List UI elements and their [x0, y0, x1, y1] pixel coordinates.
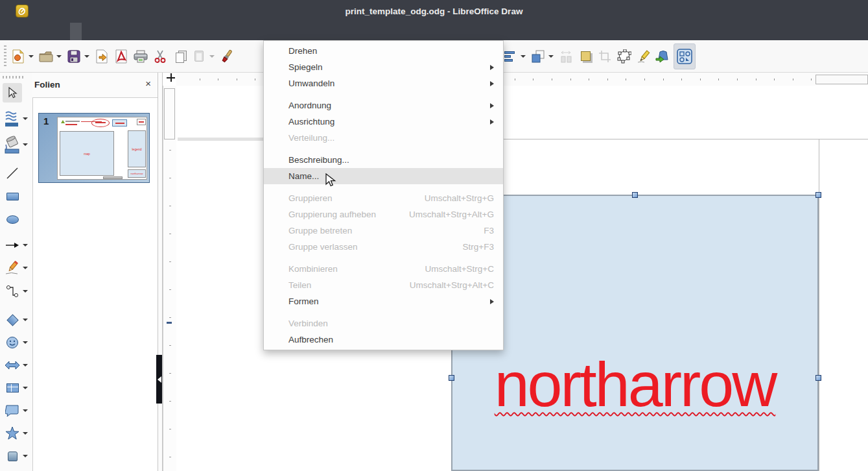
export-button[interactable]	[93, 45, 111, 68]
new-document-button[interactable]	[9, 45, 27, 68]
menubar-item[interactable]	[0, 23, 12, 40]
interaction-button[interactable]	[654, 45, 672, 68]
rectangle-tool[interactable]	[3, 187, 31, 206]
save-dropdown-arrow-icon[interactable]	[84, 55, 89, 58]
menu-item[interactable]: Gruppieren Umschalt+Strg+G	[264, 190, 503, 206]
slides-panel-close-icon[interactable]: ×	[145, 78, 151, 89]
menu-item[interactable]: Drehen	[264, 43, 503, 59]
insert-line-tool[interactable]	[3, 163, 31, 183]
glue-points-button[interactable]	[635, 45, 653, 68]
selection-handle-top-right[interactable]	[815, 192, 821, 198]
selection-handle-right-middle[interactable]	[815, 375, 821, 381]
callouts-dropdown-arrow-icon[interactable]	[23, 409, 28, 412]
arrange-dropdown-arrow-icon[interactable]	[548, 55, 554, 58]
menu-item[interactable]	[264, 184, 503, 190]
menu-item[interactable]: Verbinden	[264, 315, 503, 332]
drawing-toolbar-grip[interactable]	[3, 76, 25, 78]
menu-item[interactable]: Teilen Umschalt+Strg+Alt+C	[264, 277, 503, 293]
paste-dropdown-arrow-icon[interactable]	[209, 55, 215, 58]
align-dropdown-arrow-icon[interactable]	[521, 55, 526, 58]
menu-item[interactable]: Gruppe betreten F3	[264, 223, 503, 239]
open-dropdown-arrow-icon[interactable]	[56, 55, 62, 58]
3d-objects-dropdown-arrow-icon[interactable]	[23, 455, 28, 457]
lines-and-arrows-tool[interactable]	[3, 235, 31, 255]
menubar-item[interactable]	[12, 23, 23, 40]
menu-item-shortcut: Strg+F3	[463, 242, 494, 252]
ellipse-tool[interactable]	[3, 210, 31, 229]
menu-item[interactable]: Umwandeln	[264, 75, 503, 91]
connectors-dropdown-arrow-icon[interactable]	[23, 290, 28, 293]
menu-item[interactable]	[264, 91, 503, 97]
menu-item[interactable]: Formen	[264, 293, 503, 309]
menu-item[interactable]: Name...	[264, 168, 503, 184]
menu-item-label: Gruppe betreten	[288, 226, 352, 235]
menubar-item[interactable]	[47, 23, 58, 40]
fill-color-dropdown-arrow-icon[interactable]	[23, 143, 28, 146]
copy-button[interactable]	[170, 45, 189, 68]
clone-formatting-button[interactable]	[218, 45, 236, 68]
new-dropdown-arrow-icon[interactable]	[29, 55, 34, 58]
menubar-item[interactable]	[58, 23, 70, 40]
menu-item[interactable]	[264, 255, 503, 261]
arrange-button[interactable]	[529, 45, 547, 68]
menubar-item[interactable]	[23, 23, 35, 40]
menu-item[interactable]: Gruppe verlassen Strg+F3	[264, 239, 503, 255]
menubar-item[interactable]	[35, 23, 47, 40]
align-objects-button[interactable]	[501, 45, 519, 68]
curves-and-polygons-tool[interactable]	[3, 258, 31, 278]
edit-points-button[interactable]	[615, 45, 633, 68]
stars-and-banners-tool[interactable]	[3, 424, 31, 443]
symbol-shapes-dropdown-arrow-icon[interactable]	[23, 341, 28, 344]
northarrow-shape[interactable]: northarrow	[451, 195, 819, 471]
save-button[interactable]	[65, 45, 83, 68]
menu-item-label: Anordnung	[288, 101, 331, 110]
menubar-item[interactable]	[70, 23, 82, 40]
menu-item[interactable]: Kombinieren Umschalt+Strg+C	[264, 261, 503, 277]
flowchart-tool[interactable]	[3, 378, 31, 398]
connectors-tool[interactable]	[3, 282, 31, 301]
shadow-button[interactable]	[576, 45, 594, 68]
menubar-item[interactable]	[93, 23, 105, 40]
menu-item[interactable]: Spiegeln	[264, 59, 503, 75]
cut-button[interactable]	[151, 45, 169, 68]
menu-item[interactable]: Verteilung...	[264, 130, 503, 146]
callout-shapes-tool[interactable]	[3, 401, 31, 420]
menu-item[interactable]: Beschreibung...	[264, 152, 503, 168]
panel-collapse-handle[interactable]	[156, 355, 162, 404]
line-icon	[3, 163, 22, 183]
symbol-shapes-tool[interactable]	[3, 333, 31, 352]
paste-button[interactable]	[190, 45, 208, 68]
open-button[interactable]	[37, 45, 55, 68]
flowchart-dropdown-arrow-icon[interactable]	[23, 387, 28, 389]
panel-splitter[interactable]	[158, 73, 163, 471]
show-draw-functions-button[interactable]	[674, 43, 696, 69]
export-pdf-button[interactable]	[112, 45, 130, 68]
toolbar-grip[interactable]	[4, 45, 6, 67]
selection-handle-top-middle[interactable]	[632, 192, 638, 198]
fill-color-tool[interactable]	[3, 135, 31, 154]
menu-item[interactable]	[264, 146, 503, 152]
line-style-tool[interactable]	[3, 109, 31, 128]
menu-item[interactable]: Ausrichtung	[264, 114, 503, 130]
menu-item[interactable]: Aufbrechen	[264, 332, 503, 348]
print-button[interactable]	[132, 45, 150, 68]
menu-item[interactable]: Anordnung	[264, 97, 503, 114]
select-tool[interactable]	[3, 83, 31, 103]
thumb-northarrow-box: northarrow	[128, 169, 146, 178]
3d-objects-tool[interactable]	[3, 446, 31, 466]
block-arrows-dropdown-arrow-icon[interactable]	[23, 364, 28, 367]
basic-shapes-dropdown-arrow-icon[interactable]	[23, 319, 28, 321]
basic-shapes-tool[interactable]	[3, 310, 31, 330]
menu-item[interactable]	[264, 309, 503, 315]
menu-item[interactable]: Gruppierung aufheben Umschalt+Strg+Alt+G	[264, 206, 503, 223]
arrows-dropdown-arrow-icon[interactable]	[23, 244, 28, 247]
slide-thumbnail[interactable]: 1 map legend northarrow	[38, 113, 150, 183]
crop-button[interactable]	[596, 45, 614, 68]
menubar-item[interactable]	[82, 23, 93, 40]
curves-dropdown-arrow-icon[interactable]	[23, 267, 28, 269]
distribution-button[interactable]	[557, 45, 575, 68]
selection-handle-left-middle[interactable]	[449, 375, 454, 381]
line-style-dropdown-arrow-icon[interactable]	[23, 117, 28, 120]
stars-dropdown-arrow-icon[interactable]	[23, 432, 28, 435]
block-arrows-tool[interactable]	[3, 356, 31, 375]
